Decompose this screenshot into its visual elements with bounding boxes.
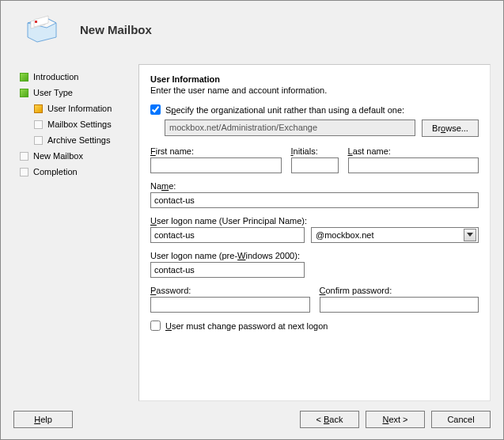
chevron-down-icon	[464, 229, 476, 241]
upn-label: User logon name (User Principal Name):	[150, 216, 479, 226]
name-label: Name:	[150, 181, 479, 191]
section-title: User Information	[150, 74, 479, 84]
mailbox-icon	[23, 13, 61, 45]
confirm-password-label: Confirm password:	[320, 286, 479, 295]
nav-user-type[interactable]: User Type	[20, 86, 135, 99]
password-label: Password:	[150, 286, 310, 295]
content-panel: User Information Enter the user name and…	[138, 64, 491, 401]
svg-marker-5	[467, 233, 473, 237]
specify-ou-row: SSpecify the organizational unit rather …	[150, 104, 479, 115]
section-subtitle: Enter the user name and account informat…	[150, 85, 479, 95]
dialog-header: New Mailbox	[1, 1, 503, 64]
wizard-nav: Introduction User Type User Information …	[13, 64, 138, 401]
wizard-dialog: New Mailbox Introduction User Type User …	[0, 0, 504, 440]
specify-ou-label: SSpecify the organizational unit rather …	[165, 105, 404, 115]
password-input[interactable]	[150, 297, 310, 313]
pending-icon	[20, 152, 28, 161]
back-button[interactable]: < Back	[300, 411, 359, 428]
next-button[interactable]: Next >	[366, 411, 425, 428]
current-step-icon	[34, 104, 43, 113]
svg-rect-4	[35, 21, 37, 23]
pre2000-label: User logon name (pre-Windows 2000):	[150, 251, 479, 260]
dialog-title: New Mailbox	[80, 23, 152, 36]
pending-icon	[34, 136, 43, 145]
cancel-button[interactable]: Cancel	[431, 411, 491, 428]
pending-icon	[34, 120, 43, 129]
nav-completion[interactable]: Completion	[20, 165, 135, 178]
upn-domain-select[interactable]: @mockbox.net	[311, 227, 479, 243]
dialog-footer: Help < Back Next > Cancel	[1, 401, 503, 439]
specify-ou-checkbox[interactable]	[150, 104, 161, 115]
initials-label: Initials:	[291, 146, 339, 156]
pre2000-input[interactable]	[150, 262, 305, 278]
nav-mailbox-settings[interactable]: Mailbox Settings	[20, 118, 135, 131]
last-name-input[interactable]	[348, 157, 479, 173]
last-name-label: Last name:	[348, 146, 479, 156]
name-input[interactable]	[150, 192, 479, 208]
pending-icon	[20, 168, 28, 176]
first-name-input[interactable]	[150, 157, 282, 173]
check-icon	[20, 89, 28, 97]
check-icon	[20, 73, 28, 82]
nav-introduction[interactable]: Introduction	[20, 70, 135, 83]
first-name-label: First name:	[150, 146, 282, 156]
help-button[interactable]: Help	[13, 411, 73, 428]
upn-domain-value: @mockbox.net	[316, 230, 374, 240]
must-change-row: User must change password at next logon	[150, 321, 479, 331]
must-change-password-checkbox[interactable]	[150, 321, 161, 331]
main-area: Introduction User Type User Information …	[1, 64, 503, 401]
ou-path-field: mockbox.net/Administration/Exchange	[165, 119, 415, 136]
initials-input[interactable]	[291, 157, 339, 173]
browse-button[interactable]: Browse...	[422, 119, 479, 137]
confirm-password-input[interactable]	[320, 297, 479, 313]
nav-archive-settings[interactable]: Archive Settings	[20, 134, 135, 146]
nav-new-mailbox[interactable]: New Mailbox	[20, 150, 135, 162]
nav-user-information[interactable]: User Information	[20, 102, 135, 115]
upn-input[interactable]	[150, 227, 305, 243]
must-change-label: User must change password at next logon	[165, 321, 328, 331]
